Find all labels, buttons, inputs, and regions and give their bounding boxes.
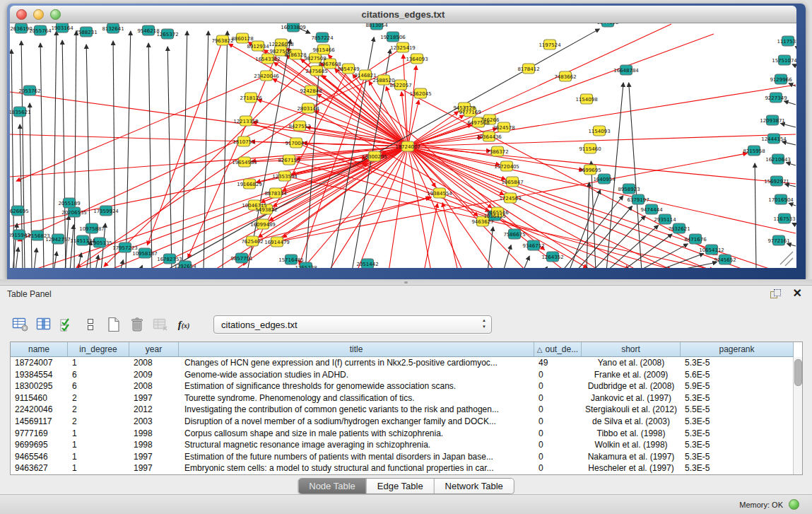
cell-in_degree: 2 <box>68 404 129 416</box>
dropdown-stepper-icon: ▲▼ <box>482 317 486 330</box>
cell-year: 2008 <box>129 357 179 369</box>
scrollbar-thumb[interactable] <box>794 359 802 386</box>
svg-text:12226058: 12226058 <box>269 42 294 47</box>
new-table-icon[interactable] <box>105 315 123 334</box>
svg-text:16033809: 16033809 <box>281 25 306 30</box>
column-header-name[interactable]: name <box>11 342 68 357</box>
table-columns-icon[interactable] <box>35 315 53 334</box>
svg-text:12353594: 12353594 <box>272 174 298 180</box>
select-rows-icon[interactable] <box>58 315 76 334</box>
cell-in_degree: 6 <box>68 369 129 381</box>
column-header-in_degree[interactable]: in_degree <box>68 342 129 357</box>
svg-text:9699695: 9699695 <box>579 168 601 173</box>
table-row[interactable]: 969969511998Structural magnetic resonanc… <box>11 439 802 451</box>
cell-short: Hescheler et al. (1997) <box>582 462 681 474</box>
svg-text:16914479: 16914479 <box>264 240 290 245</box>
table-header-row: namein_degreeyeartitle△out_de...shortpag… <box>11 342 802 357</box>
svg-text:17957223: 17957223 <box>112 245 138 251</box>
delete-table-icon[interactable] <box>128 315 146 334</box>
table-row[interactable]: 2242004622012Investigating the contribut… <box>11 404 802 416</box>
table-row[interactable]: 1938455462009Genome-wide association stu… <box>11 369 802 381</box>
zoom-window-button[interactable] <box>50 9 61 20</box>
tab-edge-table[interactable]: Edge Table <box>366 479 434 493</box>
table-select-dropdown[interactable]: citations_edges.txt ▲▼ <box>213 315 492 334</box>
column-header-year[interactable]: year <box>129 342 179 357</box>
svg-text:15720405: 15720405 <box>494 164 519 170</box>
tab-network-table[interactable]: Network Table <box>434 479 514 493</box>
column-header-pagerank[interactable]: pagerank <box>681 342 794 357</box>
merge-rows-icon[interactable] <box>81 315 100 334</box>
float-icon-front-square <box>774 289 781 296</box>
svg-text:1117535: 1117535 <box>777 39 796 45</box>
panel-splitter[interactable] <box>0 279 812 285</box>
table-row[interactable]: 1830029562008Estimation of significance … <box>11 380 802 392</box>
table-row[interactable]: 946362711997Embryonic stem cells: a mode… <box>11 462 802 474</box>
svg-text:18300295: 18300295 <box>362 154 387 160</box>
svg-text:9827508: 9827508 <box>304 56 326 62</box>
cell-out_de: 0 <box>534 416 582 428</box>
cell-year: 2003 <box>129 416 179 428</box>
table-row[interactable]: 977716911998Corpus callosum shape and si… <box>11 428 802 440</box>
table-type-tabs: Node TableEdge TableNetwork Table <box>298 478 514 494</box>
table-settings-icon[interactable] <box>11 315 30 334</box>
cell-title: Corpus callosum shape and size in male p… <box>179 428 534 440</box>
svg-text:15716485: 15716485 <box>278 257 304 263</box>
cell-out_de: 0 <box>534 369 582 381</box>
cell-name: 9465546 <box>11 451 68 463</box>
cell-year: 1997 <box>129 392 179 404</box>
column-header-short[interactable]: short <box>582 342 681 357</box>
svg-text:8958923: 8958923 <box>618 187 640 192</box>
cell-short: Nakamura et al. (1997) <box>582 451 681 463</box>
svg-text:1362045: 1362045 <box>409 91 431 97</box>
svg-text:17016504: 17016504 <box>768 197 794 203</box>
close-panel-icon[interactable]: ✕ <box>793 287 802 300</box>
cell-year: 1998 <box>129 439 179 451</box>
float-panel-icon[interactable] <box>770 289 781 299</box>
svg-text:16648784: 16648784 <box>613 68 639 74</box>
cell-year: 2008 <box>129 380 179 392</box>
cell-name: 9115460 <box>11 392 68 404</box>
cell-year: 1997 <box>129 462 179 474</box>
network-canvas[interactable]: 2636190205576419031647588231813264195462… <box>10 23 796 268</box>
function-builder-icon[interactable]: f(x) <box>175 315 193 334</box>
table-row[interactable]: 1872400712008Changes of HCN gene express… <box>11 357 802 369</box>
cell-title: Tourette syndrome. Phenomenology and cla… <box>179 392 534 404</box>
minimize-window-button[interactable] <box>33 9 44 20</box>
window-titlebar[interactable]: citations_edges.txt <box>10 6 796 23</box>
cell-short: Stergiakouli et al. (2012) <box>582 404 681 416</box>
svg-text:19384554: 19384554 <box>427 191 452 197</box>
svg-text:9115460: 9115460 <box>579 146 601 152</box>
vertical-scrollbar[interactable] <box>793 357 802 474</box>
memory-ok-indicator-icon <box>789 499 799 510</box>
svg-text:9129966: 9129966 <box>770 77 792 83</box>
cell-short: Dudbridge et al. (2008) <box>582 380 681 392</box>
cell-title: Estimation of significance thresholds fo… <box>179 380 534 392</box>
tab-node-table[interactable]: Node Table <box>298 479 366 493</box>
svg-text:2935114: 2935114 <box>654 217 676 223</box>
cell-name: 18724007 <box>11 357 68 369</box>
close-window-button[interactable] <box>16 9 27 20</box>
cell-pagerank: 5.3E-5 <box>681 428 794 440</box>
svg-text:2803144: 2803144 <box>297 106 319 112</box>
table-body: 1872400712008Changes of HCN gene express… <box>11 357 802 474</box>
svg-text:8267150: 8267150 <box>278 158 300 163</box>
cell-name: 9463627 <box>11 462 68 474</box>
import-table-icon[interactable] <box>151 315 170 334</box>
svg-text:9772161: 9772161 <box>767 238 789 244</box>
cell-title: Structural magnetic resonance image aver… <box>179 439 534 451</box>
svg-text:9777169: 9777169 <box>459 110 481 115</box>
cell-out_de: 0 <box>534 439 582 451</box>
column-header-out_de[interactable]: △out_de... <box>534 342 582 357</box>
svg-text:2475685: 2475685 <box>305 69 327 74</box>
svg-text:7857224: 7857224 <box>311 35 334 41</box>
svg-text:12942757: 12942757 <box>45 237 71 243</box>
svg-text:8854749: 8854749 <box>337 66 359 72</box>
svg-text:9857791: 9857791 <box>230 256 252 262</box>
column-header-title[interactable]: title <box>179 342 534 357</box>
table-row[interactable]: 946554611997Estimation of the future num… <box>11 451 802 463</box>
svg-text:8471676: 8471676 <box>684 237 707 243</box>
svg-text:15692971: 15692971 <box>764 179 789 185</box>
table-panel-title: Table Panel <box>7 289 52 299</box>
table-row[interactable]: 911546021997Tourette syndrome. Phenomeno… <box>11 392 802 404</box>
table-row[interactable]: 1456911722003Disruption of a novel membe… <box>11 416 802 428</box>
